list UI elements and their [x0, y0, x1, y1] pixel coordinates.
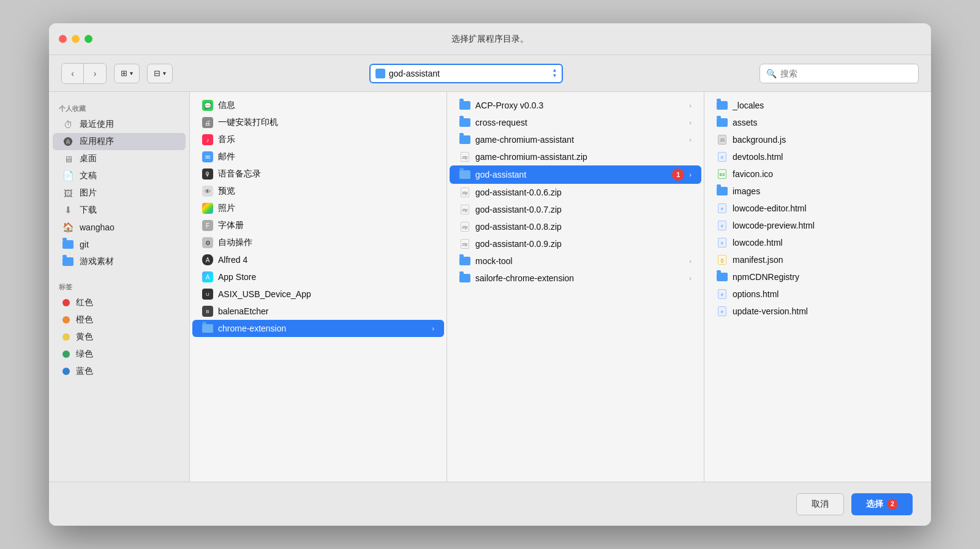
- app-asix-icon: U: [202, 289, 213, 300]
- folder-cross-icon: [459, 117, 470, 128]
- list-item[interactable]: ACP-Proxy v0.0.3 ›: [450, 97, 701, 114]
- file-name: assets: [733, 118, 919, 127]
- file-name: Alfred 4: [218, 255, 434, 265]
- list-item[interactable]: U ASIX_USB_Device_App: [192, 286, 444, 303]
- sidebar-tag-blue[interactable]: 蓝色: [53, 363, 186, 380]
- chevron-right-icon: ›: [689, 171, 692, 178]
- list-item[interactable]: 👁 预览: [192, 183, 444, 200]
- app-msg-icon: 💬: [202, 100, 213, 111]
- sidebar-item-pictures[interactable]: 🖼 图片: [53, 184, 186, 202]
- list-item[interactable]: zip god-assistant-0.0.8.zip: [450, 218, 701, 235]
- sidebar-item-wanghao[interactable]: 🏠 wanghao: [53, 219, 186, 236]
- list-item[interactable]: zip god-assistant-0.0.7.zip: [450, 201, 701, 218]
- list-item[interactable]: zip game-chromium-assistant.zip: [450, 148, 701, 165]
- list-item[interactable]: A App Store: [192, 268, 444, 286]
- list-item[interactable]: 🖨 一键安装打印机: [192, 114, 444, 131]
- list-item[interactable]: e options.html: [707, 286, 929, 303]
- list-item[interactable]: ♪ 音乐: [192, 131, 444, 148]
- sidebar-item-label: 下载: [80, 205, 97, 216]
- file-name: sailorfe-chrome-extension: [475, 273, 684, 283]
- sidebar-item-desktop[interactable]: 🖥 桌面: [53, 150, 186, 167]
- file-name: 邮件: [218, 151, 434, 162]
- html-update-version-icon: e: [717, 306, 728, 317]
- maximize-button[interactable]: [85, 35, 92, 43]
- location-down-arrow[interactable]: ▼: [552, 74, 557, 78]
- location-bar[interactable]: god-assistant ▲ ▼: [369, 64, 564, 83]
- sidebar-tag-yellow[interactable]: 黄色: [53, 328, 186, 346]
- list-item[interactable]: zip god-assistant-0.0.6.zip: [450, 184, 701, 201]
- sidebar-item-label: git: [80, 240, 89, 249]
- zip-008-icon: zip: [459, 221, 470, 232]
- app-appstore-icon: A: [202, 271, 213, 282]
- list-item[interactable]: _locales: [707, 97, 929, 114]
- list-item[interactable]: zip god-assistant-0.0.9.zip: [450, 235, 701, 252]
- list-item[interactable]: e lowcode.html: [707, 234, 929, 251]
- list-item[interactable]: {} manifest.json: [707, 251, 929, 268]
- forward-button[interactable]: ›: [84, 64, 106, 83]
- list-item[interactable]: A Alfred 4: [192, 251, 444, 268]
- list-item[interactable]: e devtools.html: [707, 148, 929, 165]
- list-item[interactable]: images: [707, 183, 929, 200]
- sidebar-item-label: 应用程序: [80, 136, 114, 147]
- list-item[interactable]: mock-tool ›: [450, 252, 701, 270]
- cancel-button[interactable]: 取消: [796, 493, 844, 515]
- location-steppers[interactable]: ▲ ▼: [552, 68, 557, 78]
- sidebar-tag-green[interactable]: 绿色: [53, 346, 186, 363]
- list-item[interactable]: assets: [707, 114, 929, 131]
- minimize-button[interactable]: [72, 35, 80, 43]
- sidebar-item-label: wanghao: [80, 222, 115, 232]
- location-up-arrow[interactable]: ▲: [552, 68, 557, 73]
- select-button[interactable]: 选择 2: [851, 493, 913, 515]
- list-item[interactable]: cross-request ›: [450, 114, 701, 131]
- sidebar-tag-red[interactable]: 红色: [53, 294, 186, 311]
- list-item[interactable]: ✉ 邮件: [192, 148, 444, 165]
- apps-pane: 💬 信息 🖨 一键安装打印机 ♪ 音乐 ✉ 邮件 🎙 语音备忘录: [190, 92, 447, 482]
- sidebar-item-label: 桌面: [80, 153, 97, 164]
- sidebar-tag-orange[interactable]: 橙色: [53, 311, 186, 328]
- list-item[interactable]: JS background.js: [707, 131, 929, 148]
- sidebar-item-recent[interactable]: ⏱ 最近使用: [53, 116, 186, 133]
- folder-god-icon: [459, 169, 470, 180]
- close-button[interactable]: [59, 35, 67, 43]
- column-view-button[interactable]: ⊞ ▾: [114, 64, 140, 83]
- folder-chrome-ext-icon: [202, 323, 213, 334]
- traffic-lights: [59, 35, 92, 43]
- sidebar-item-docs[interactable]: 📄 文稿: [53, 167, 186, 184]
- folder-assets-icon: [717, 117, 728, 128]
- list-item[interactable]: 💬 信息: [192, 97, 444, 114]
- list-item[interactable]: B balenaEtcher: [192, 303, 444, 320]
- file-name: balenaEtcher: [218, 306, 434, 316]
- list-item[interactable]: npmCDNRegistry: [707, 268, 929, 286]
- app-photos-icon: [202, 203, 213, 214]
- list-item[interactable]: e lowcode-preview.html: [707, 217, 929, 234]
- list-item[interactable]: ico favicon.ico: [707, 165, 929, 183]
- column-view-icon: ⊞: [121, 69, 127, 78]
- html-lowcode-editor-icon: e: [717, 203, 728, 214]
- list-item[interactable]: e update-version.html: [707, 303, 929, 320]
- icon-view-button[interactable]: ⊟ ▾: [147, 64, 173, 83]
- sidebar-item-git[interactable]: git: [53, 236, 186, 253]
- sidebar-item-downloads[interactable]: ⬇ 下载: [53, 202, 186, 219]
- back-button[interactable]: ‹: [62, 64, 84, 83]
- window-title: 选择扩展程序目录。: [59, 34, 921, 45]
- zip-game-icon: zip: [459, 151, 470, 162]
- app-print-icon: 🖨: [202, 117, 213, 128]
- list-item[interactable]: sailorfe-chrome-extension ›: [450, 270, 701, 287]
- list-item[interactable]: god-assistant 1 ›: [450, 165, 701, 184]
- list-item[interactable]: F 字体册: [192, 217, 444, 234]
- html-options-icon: e: [717, 289, 728, 300]
- list-item[interactable]: ⚙ 自动操作: [192, 234, 444, 251]
- list-item[interactable]: e lowcode-editor.html: [707, 200, 929, 217]
- list-item[interactable]: game-chromium-assistant ›: [450, 131, 701, 148]
- sidebar-item-gameassets[interactable]: 游戏素材: [53, 253, 186, 270]
- select-label: 选择: [866, 499, 883, 510]
- list-item[interactable]: 照片: [192, 200, 444, 217]
- title-bar: 选择扩展程序目录。: [49, 23, 931, 55]
- search-bar[interactable]: 🔍: [760, 64, 919, 83]
- file-name: game-chromium-assistant: [475, 135, 684, 145]
- file-name: 预览: [218, 186, 434, 197]
- sidebar-item-apps[interactable]: 🅐 应用程序: [53, 133, 186, 150]
- search-input[interactable]: [780, 69, 891, 78]
- list-item[interactable]: 🎙 语音备忘录: [192, 165, 444, 183]
- list-item[interactable]: chrome-extension ›: [192, 320, 444, 337]
